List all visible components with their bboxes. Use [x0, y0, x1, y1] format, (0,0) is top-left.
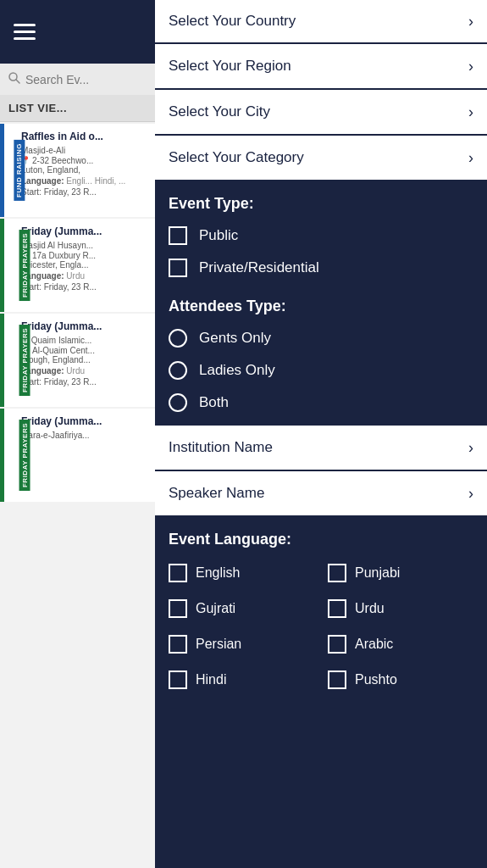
select-country-row[interactable]: Select Your Country › [155, 0, 487, 42]
gents-label: Gents Only [199, 330, 271, 347]
urdu-checkbox[interactable] [328, 599, 346, 618]
chevron-icon: › [468, 13, 473, 31]
institution-name-label: Institution Name [169, 439, 273, 456]
lang-urdu[interactable]: Urdu [321, 591, 480, 626]
chevron-icon: › [468, 103, 473, 121]
persian-label: Persian [196, 637, 241, 652]
lang-persian[interactable]: Persian [162, 626, 321, 662]
chevron-icon: › [468, 439, 473, 457]
event-type-header: Event Type: [155, 181, 487, 220]
attendees-both[interactable]: Both [155, 387, 487, 419]
event-category: FRIDAY PRAYERS [19, 230, 30, 301]
gujrati-checkbox[interactable] [169, 599, 187, 618]
lang-arabic[interactable]: Arabic [321, 626, 480, 662]
english-checkbox[interactable] [169, 564, 187, 582]
ladies-radio[interactable] [169, 361, 187, 380]
event-city: Leicester, Engla... [21, 260, 148, 270]
hindi-checkbox[interactable] [169, 670, 187, 689]
private-label: Private/Residential [199, 259, 319, 276]
arabic-checkbox[interactable] [328, 635, 346, 654]
both-radio[interactable] [169, 393, 187, 412]
speaker-name-label: Speaker Name [169, 485, 264, 502]
pushto-label: Pushto [355, 672, 397, 687]
event-venue: Masjid Al Husayn... [21, 241, 148, 250]
event-category: FRIDAY PRAYERS [19, 420, 30, 491]
chevron-icon: › [468, 58, 473, 75]
lang-hindi[interactable]: Hindi [162, 662, 321, 698]
public-label: Public [199, 227, 238, 244]
event-venue: Masjid-e-Ali [21, 146, 148, 155]
search-input[interactable] [25, 73, 147, 86]
event-category: FRIDAY PRAYERS [19, 325, 30, 396]
event-address: 📍 Al-Quaim Cent... [21, 346, 148, 355]
select-city-label: Select Your City [169, 103, 270, 120]
filter-panel: Select Your Country › Select Your Region… [155, 0, 487, 868]
private-checkbox[interactable] [169, 259, 187, 277]
hamburger-area[interactable] [0, 0, 155, 64]
event-language: Language: Urdu [21, 271, 148, 281]
event-venue: Idara-e-Jaafiriya... [21, 431, 148, 440]
chevron-icon: › [468, 485, 473, 503]
lang-english[interactable]: English [162, 555, 321, 591]
event-title: Friday (Jumma... [21, 320, 148, 334]
lang-punjabi[interactable]: Punjabi [321, 555, 480, 591]
event-type-public[interactable]: Public [155, 220, 487, 252]
select-category-row[interactable]: Select Your Category › [155, 136, 487, 180]
persian-checkbox[interactable] [169, 635, 187, 654]
event-language: Language: Engli... Hindi, ... [21, 176, 148, 186]
event-title: Raffles in Aid o... [21, 131, 148, 144]
lang-gujrati[interactable]: Gujrati [162, 591, 321, 626]
list-view-header: LIST VIE... [0, 95, 155, 122]
both-label: Both [199, 394, 229, 411]
attendees-ladies[interactable]: Ladies Only [155, 354, 487, 387]
event-start: Start: Friday, 23 R... [21, 377, 148, 387]
event-start: Start: Friday, 23 R... [21, 282, 148, 292]
institution-name-row[interactable]: Institution Name › [155, 426, 487, 470]
language-grid: English Punjabi Gujrati Urdu Persian Ara… [155, 555, 487, 698]
hindi-label: Hindi [196, 672, 226, 687]
public-checkbox[interactable] [169, 226, 187, 245]
gujrati-label: Gujrati [196, 601, 235, 616]
left-panel: LIST VIE... FUND RAISING Raffles in Aid … [0, 0, 155, 868]
urdu-label: Urdu [355, 601, 385, 616]
chevron-icon: › [468, 149, 473, 167]
event-category: FUND RAISING [14, 140, 25, 201]
event-address: 📍 2-32 Beechwo... [21, 156, 148, 165]
list-item[interactable]: FRIDAY PRAYERS Friday (Jumma... Al Quaim… [0, 314, 155, 407]
event-city: Slough, England... [21, 355, 148, 364]
list-item[interactable]: FUND RAISING Raffles in Aid o... Masjid-… [0, 124, 155, 217]
select-country-label: Select Your Country [169, 13, 296, 30]
event-venue: Al Quaim Islamic... [21, 336, 148, 345]
gents-radio[interactable] [169, 329, 187, 348]
ladies-label: Ladies Only [199, 362, 275, 379]
english-label: English [196, 565, 240, 581]
list-item[interactable]: FRIDAY PRAYERS Friday (Jumma... Masjid A… [0, 219, 155, 312]
attendees-type-header: Attendees Type: [155, 284, 487, 322]
event-city: Luton, England, [21, 165, 148, 175]
punjabi-label: Punjabi [355, 565, 400, 581]
arabic-label: Arabic [355, 637, 393, 652]
lang-pushto[interactable]: Pushto [321, 662, 480, 698]
punjabi-checkbox[interactable] [328, 564, 346, 582]
select-region-label: Select Your Region [169, 58, 291, 75]
pushto-checkbox[interactable] [328, 670, 346, 689]
event-title: Friday (Jumma... [21, 415, 148, 429]
hamburger-icon[interactable] [14, 24, 36, 40]
search-bar [0, 64, 155, 95]
event-address: 📍 17a Duxbury R... [21, 251, 148, 260]
event-title: Friday (Jumma... [21, 225, 148, 239]
speaker-name-row[interactable]: Speaker Name › [155, 471, 487, 515]
select-category-label: Select Your Category [169, 149, 304, 166]
select-region-row[interactable]: Select Your Region › [155, 44, 487, 88]
event-language-header: Event Language: [155, 517, 487, 555]
svg-line-1 [16, 80, 19, 83]
event-type-private[interactable]: Private/Residential [155, 252, 487, 284]
select-city-row[interactable]: Select Your City › [155, 90, 487, 134]
list-item[interactable]: FRIDAY PRAYERS Friday (Jumma... Idara-e-… [0, 409, 155, 502]
event-start: Start: Friday, 23 R... [21, 187, 148, 197]
search-icon [8, 72, 20, 86]
event-language: Language: Urdu [21, 366, 148, 376]
attendees-gents[interactable]: Gents Only [155, 322, 487, 354]
